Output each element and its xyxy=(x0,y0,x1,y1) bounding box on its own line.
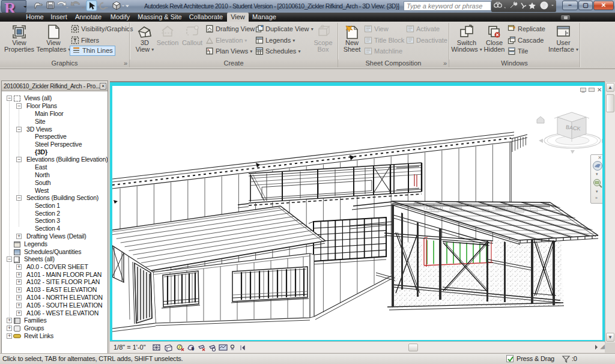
svg-text:?: ? xyxy=(542,2,546,9)
svg-text:9: 9 xyxy=(192,347,194,351)
